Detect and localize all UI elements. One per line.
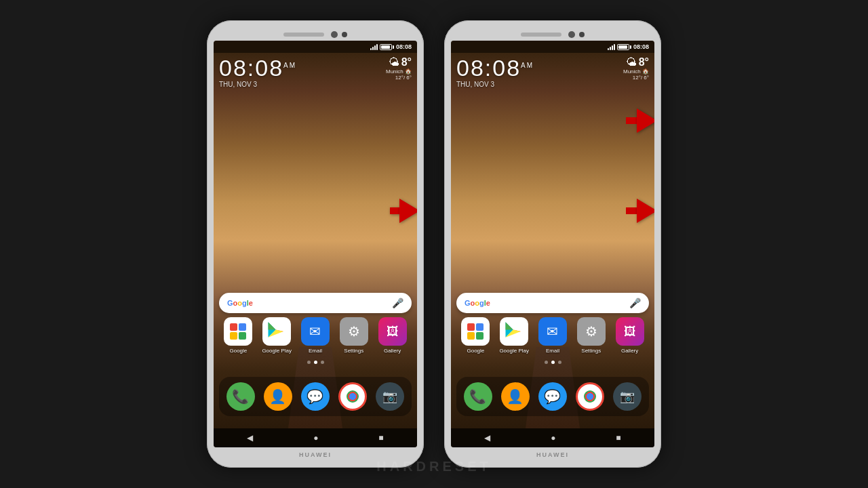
status-bar-1: 08:08 (214, 41, 417, 53)
email-app-icon-1: ✉ (301, 317, 330, 346)
signal-icon (370, 43, 378, 50)
play-store-svg-1 (267, 321, 287, 342)
phone-call-app-icon-2: 📞 (464, 382, 492, 411)
app-contacts-2[interactable]: 👤 (498, 382, 533, 411)
recents-button-2[interactable]: ■ (616, 433, 620, 443)
grid-2-2 (476, 323, 484, 331)
weather-widget-2: 🌤 8° Munich 🏠 12°/ 6° (623, 56, 649, 81)
sensor (342, 32, 347, 37)
cloud-sun-icon-1: 🌤 (389, 56, 399, 68)
brand-label-2: HUAWEI (536, 451, 569, 458)
phone-1-bottom: HUAWEI (214, 447, 417, 461)
settings-label-1: Settings (344, 348, 363, 354)
app-camera-2[interactable]: 📷 (610, 382, 645, 411)
app-gallery-2[interactable]: 🖼 Gallery (612, 317, 648, 354)
search-bar-1[interactable]: Google 🎤 (219, 293, 412, 313)
grid-2 (239, 323, 246, 331)
grid-3 (230, 332, 237, 340)
status-icons-1: 08:08 (370, 43, 412, 50)
google-logo-1: Google (227, 299, 253, 307)
battery-body (380, 44, 392, 50)
dot-2-2 (551, 361, 555, 364)
battery-fill (381, 45, 390, 49)
battery-icon (380, 44, 394, 50)
grid-2-3 (467, 332, 475, 340)
phone-2-top-bar (451, 27, 654, 41)
contacts-app-icon-2: 👤 (501, 382, 530, 411)
home-button-2[interactable]: ● (551, 433, 555, 443)
front-camera-2 (568, 31, 575, 38)
clock-date-1: THU, NOV 3 (219, 81, 296, 88)
phone-1: 08:08 08:08AM THU, NOV 3 🌤 (207, 20, 424, 468)
app-google-2[interactable]: Google (458, 317, 493, 354)
grid-4 (239, 332, 246, 340)
phone-2: 08:08 08:08AM THU, NOV 3 🌤 (444, 20, 661, 468)
battery-tip (393, 45, 394, 49)
app-contacts-1[interactable]: 👤 (260, 382, 296, 411)
play-label-2: Google Play (499, 348, 529, 354)
signal-bar-2 (372, 47, 374, 50)
app-messages-1[interactable]: 💬 (298, 382, 333, 411)
phone-1-body: 08:08 08:08AM THU, NOV 3 🌤 (207, 20, 424, 468)
app-chrome-1[interactable] (335, 382, 370, 411)
app-row-1-bottom: 📞 👤 💬 (222, 382, 409, 411)
google-app-icon-1 (224, 317, 252, 346)
home-button-1[interactable]: ● (313, 433, 318, 443)
email-label-1: Email (309, 348, 322, 354)
dot-1-3 (321, 361, 324, 364)
grid-2-4 (476, 332, 484, 340)
red-arrow-1-middle (390, 199, 417, 223)
weather-range-2: 12°/ 6° (623, 75, 649, 81)
play-store-svg-2 (504, 321, 524, 342)
play-app-icon-1 (262, 317, 291, 346)
chrome-app-icon-1 (338, 382, 367, 411)
page-dots-1 (214, 361, 417, 364)
signal-bar-3 (374, 45, 376, 50)
grid-1 (230, 323, 237, 331)
chrome-app-icon-2 (576, 382, 604, 411)
weather-location-1: Munich 🏠 (386, 68, 412, 75)
dot-1-1 (307, 361, 311, 364)
app-settings-2[interactable]: ⚙ Settings (574, 317, 609, 354)
app-google-1[interactable]: Google (220, 317, 256, 354)
app-email-2[interactable]: ✉ Email (535, 317, 570, 354)
recents-button-1[interactable]: ■ (378, 433, 383, 443)
app-email-1[interactable]: ✉ Email (298, 317, 333, 354)
signal-bar-1 (370, 48, 372, 50)
mic-icon-2[interactable]: 🎤 (629, 298, 641, 308)
camera-app-icon-2: 📷 (613, 382, 642, 411)
settings-app-icon-1: ⚙ (340, 317, 368, 346)
phone-2-body: 08:08 08:08AM THU, NOV 3 🌤 (444, 20, 661, 468)
back-button-2[interactable]: ◀ (484, 433, 490, 443)
app-phone-1[interactable]: 📞 (223, 382, 258, 411)
search-bar-2[interactable]: Google 🎤 (456, 293, 649, 313)
app-play-2[interactable]: Google Play (496, 317, 532, 354)
app-play-1[interactable]: Google Play (259, 317, 294, 354)
app-camera-1[interactable]: 📷 (372, 382, 408, 411)
app-messages-2[interactable]: 💬 (535, 382, 570, 411)
weather-widget-1: 🌤 8° Munich 🏠 12°/ 6° (386, 56, 412, 81)
status-time-1: 08:08 (396, 43, 412, 50)
dot-1-2 (314, 361, 317, 364)
app-gallery-1[interactable]: 🖼 Gallery (375, 317, 410, 354)
signal-bar-2-2 (610, 47, 611, 50)
app-chrome-2[interactable] (572, 382, 608, 411)
signal-bar-4 (376, 44, 378, 50)
email-app-icon-2: ✉ (538, 317, 567, 346)
mic-icon-1[interactable]: 🎤 (392, 298, 403, 308)
weather-icon-area-2: 🌤 8° (623, 56, 649, 68)
status-bar-2: 08:08 (451, 41, 654, 53)
app-settings-1[interactable]: ⚙ Settings (336, 317, 372, 354)
messages-app-icon-2: 💬 (538, 382, 567, 411)
dot-2-3 (558, 361, 561, 364)
nav-bar-2: ◀ ● ■ (451, 428, 654, 447)
google-logo-2: Google (465, 299, 490, 307)
back-button-1[interactable]: ◀ (247, 433, 253, 443)
search-bar-container-1: Google 🎤 (219, 293, 412, 313)
brand-label-1: HUAWEI (299, 451, 332, 458)
battery-icon-2 (617, 44, 631, 50)
camera-app-icon-1: 📷 (376, 382, 404, 411)
dot-2-1 (545, 361, 548, 364)
app-phone-2[interactable]: 📞 (460, 382, 496, 411)
clock-date-2: THU, NOV 3 (456, 81, 534, 88)
